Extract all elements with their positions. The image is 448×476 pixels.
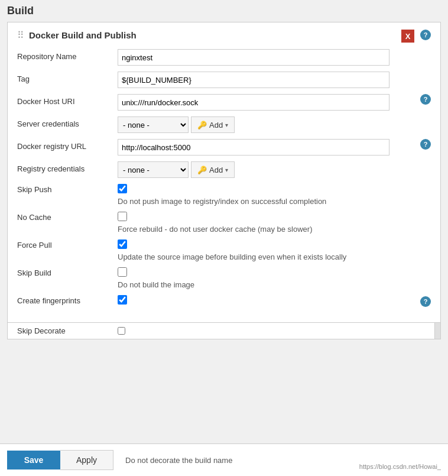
registry-credentials-select[interactable]: - none - (118, 161, 189, 178)
server-credentials-select[interactable]: - none - (118, 116, 189, 133)
skip-build-row: Skip Build Do not build the image (17, 267, 431, 289)
plugin-title: Docker Build and Publish (29, 30, 431, 40)
docker-host-uri-control: ? (118, 94, 431, 111)
bottom-bar: Save Apply Do not decorate the build nam… (0, 443, 448, 476)
skip-push-row: Skip Push Do not push image to registry/… (17, 184, 431, 206)
skip-push-checkbox[interactable] (118, 184, 127, 193)
docker-host-uri-input[interactable] (118, 94, 389, 111)
no-cache-content: Force rebuild - do not user docker cache… (118, 212, 431, 234)
server-credentials-select-wrap: - none - 🔑 Add ▾ (118, 116, 235, 133)
no-cache-label: No Cache (17, 212, 118, 222)
server-credentials-control: - none - 🔑 Add ▾ (118, 116, 431, 133)
docker-host-uri-row: Docker Host URI ? (17, 94, 431, 111)
repository-name-row: Repository Name (17, 49, 431, 66)
main-content: ⠿ Docker Build and Publish X ? Repositor… (0, 22, 448, 443)
docker-registry-url-row: Docker registry URL ? (17, 139, 431, 156)
plugin-box: ⠿ Docker Build and Publish X ? Repositor… (7, 22, 441, 323)
repository-name-control (118, 49, 431, 66)
create-fingerprints-label: Create fingerprints (17, 295, 118, 305)
status-url: https://blog.csdn.net/Howai_ (359, 463, 441, 470)
docker-registry-url-label: Docker registry URL (17, 139, 118, 151)
scroll-indicator (434, 323, 440, 339)
server-credentials-caret: ▾ (225, 122, 228, 128)
force-pull-desc: Update the source image before building … (118, 252, 431, 261)
save-button[interactable]: Save (7, 451, 60, 469)
skip-push-desc: Do not push image to registry/index on s… (118, 197, 431, 206)
registry-credentials-caret: ▾ (225, 167, 228, 173)
no-cache-desc: Force rebuild - do not user docker cache… (118, 225, 431, 234)
server-credentials-add-label: Add (209, 121, 223, 129)
server-credentials-row: Server credentials - none - 🔑 Add ▾ (17, 116, 431, 133)
registry-key-icon: 🔑 (197, 166, 207, 174)
skip-push-label: Skip Push (17, 184, 118, 194)
docker-host-uri-label: Docker Host URI (17, 94, 118, 106)
force-pull-checkbox[interactable] (118, 239, 127, 249)
tag-input[interactable] (118, 72, 389, 88)
force-pull-row: Force Pull Update the source image befor… (17, 239, 431, 261)
skip-decorate-checkbox[interactable] (118, 327, 125, 335)
page-title: Build (0, 0, 448, 22)
drag-handle[interactable]: ⠿ (17, 30, 24, 41)
docker-registry-url-control: ? (118, 139, 431, 156)
registry-credentials-label: Registry credentials (17, 161, 118, 173)
create-fingerprints-checkbox[interactable] (118, 295, 127, 305)
close-button[interactable]: X (401, 30, 414, 43)
tag-label: Tag (17, 72, 118, 83)
skip-push-content: Do not push image to registry/index on s… (118, 184, 431, 206)
skip-build-checkbox[interactable] (118, 267, 127, 277)
registry-credentials-control: - none - 🔑 Add ▾ (118, 161, 431, 178)
create-fingerprints-help-icon[interactable]: ? (420, 296, 431, 307)
repository-name-input[interactable] (118, 49, 389, 66)
registry-credentials-row: Registry credentials - none - 🔑 Add ▾ (17, 161, 431, 178)
registry-credentials-add-label: Add (209, 166, 223, 174)
plugin-header: ⠿ Docker Build and Publish X ? (17, 30, 431, 41)
tag-control (118, 72, 431, 88)
docker-registry-url-input[interactable] (118, 139, 389, 156)
plugin-help-icon[interactable]: ? (420, 30, 431, 40)
skip-decorate-section: Skip Decorate (7, 323, 441, 339)
key-icon: 🔑 (197, 121, 207, 129)
skip-build-desc: Do not build the image (118, 280, 431, 289)
apply-button[interactable]: Apply (60, 450, 113, 470)
force-pull-label: Force Pull (17, 239, 118, 250)
repository-name-label: Repository Name (17, 49, 118, 61)
skip-decorate-desc: Do not decorate the build name (125, 456, 232, 465)
tag-row: Tag (17, 72, 431, 88)
no-cache-row: No Cache Force rebuild - do not user doc… (17, 212, 431, 234)
server-credentials-label: Server credentials (17, 116, 118, 128)
docker-registry-url-help-icon[interactable]: ? (420, 139, 431, 150)
registry-credentials-select-wrap: - none - 🔑 Add ▾ (118, 161, 235, 178)
skip-decorate-content (118, 327, 431, 335)
create-fingerprints-row: Create fingerprints ? (17, 295, 431, 307)
create-fingerprints-content (118, 295, 431, 307)
skip-build-label: Skip Build (17, 267, 118, 277)
skip-build-content: Do not build the image (118, 267, 431, 289)
registry-credentials-add-button[interactable]: 🔑 Add ▾ (191, 161, 235, 178)
skip-decorate-label: Skip Decorate (17, 326, 118, 335)
page-wrapper: Build ⠿ Docker Build and Publish X ? Rep… (0, 0, 448, 476)
docker-host-uri-help-icon[interactable]: ? (420, 94, 431, 105)
no-cache-checkbox[interactable] (118, 212, 127, 221)
server-credentials-add-button[interactable]: 🔑 Add ▾ (191, 116, 235, 133)
force-pull-content: Update the source image before building … (118, 239, 431, 261)
